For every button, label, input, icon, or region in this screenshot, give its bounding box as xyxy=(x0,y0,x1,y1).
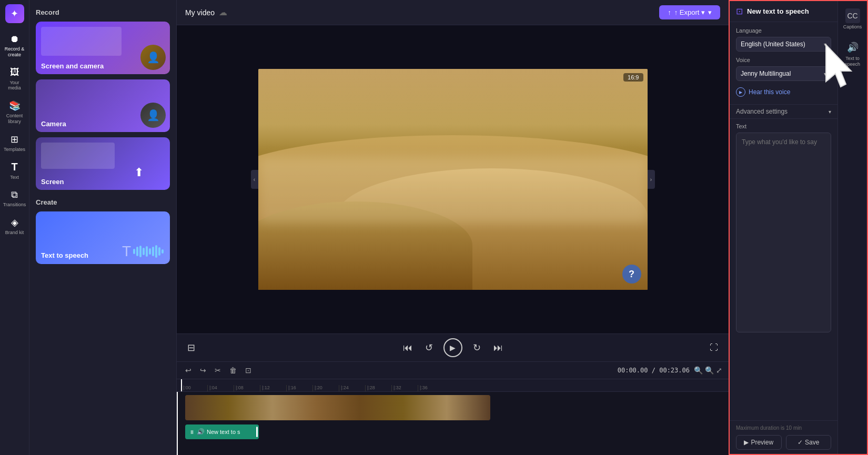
ruler-mark: |:16 xyxy=(286,385,312,391)
camera-thumb: 👤 xyxy=(140,45,166,70)
tts-panel-header: ⊡ New text to speech xyxy=(730,1,837,22)
sidebar-item-brand[interactable]: ◈ Brand kit xyxy=(1,213,28,239)
text-label: Text xyxy=(736,123,831,129)
camera-card[interactable]: Camera 👤 xyxy=(36,79,170,132)
zoom-controls: 🔍 🔍 ⤢ xyxy=(694,366,722,375)
export-button[interactable]: ↑ ↑ Export ▾ ▾ xyxy=(659,5,720,19)
ruler-marks: |:00 |:04 |:08 |:12 |:16 |:20 |:24 |:28 … xyxy=(177,379,729,391)
record-icon: ⏺ xyxy=(8,33,21,45)
text-to-speech-card[interactable]: Text to speech T xyxy=(36,211,170,264)
hear-voice-btn[interactable]: ▶ Hear this voice xyxy=(736,85,831,99)
cut-btn[interactable]: ✂ xyxy=(213,365,223,376)
sidebar-item-record[interactable]: ⏺ Record & create xyxy=(1,29,28,61)
cursor-icon: ⬆ xyxy=(134,166,144,179)
play-button[interactable]: ▶ xyxy=(443,338,462,357)
svg-rect-5 xyxy=(149,248,151,255)
tts-clip[interactable]: ⏸ 🔊 New text to s xyxy=(185,424,259,439)
language-value: English (United States) xyxy=(741,41,824,48)
help-button[interactable]: ? xyxy=(622,265,641,284)
sidebar-item-content-library[interactable]: 📚 Content library xyxy=(1,96,28,128)
screen-and-camera-label: Screen and camera xyxy=(41,62,104,70)
screen-preview xyxy=(41,27,122,56)
sidebar-item-text[interactable]: T Text xyxy=(1,158,28,184)
create-section-title: Create xyxy=(36,198,170,206)
ruler-mark: |:08 xyxy=(234,385,260,391)
tts-clip-label: New text to s xyxy=(207,429,240,435)
hear-voice-label: Hear this voice xyxy=(749,88,790,96)
tts-panel-title: New text to speech xyxy=(747,7,809,15)
adv-chevron: ▾ xyxy=(829,109,831,115)
preview-icon: ▶ xyxy=(744,439,749,446)
tts-panel-border: ⊡ New text to speech Language English (U… xyxy=(729,0,868,455)
video-preview: ‹ 16:9 ? › xyxy=(177,25,729,333)
playhead-line xyxy=(177,392,178,455)
media-icon: 🖼 xyxy=(8,66,21,79)
fullscreen-btn[interactable]: ⛶ xyxy=(708,341,720,355)
forward-btn[interactable]: ↻ xyxy=(471,340,483,356)
voice-chevron: ▾ xyxy=(824,71,826,77)
zoom-out-btn[interactable]: 🔍 xyxy=(694,366,703,375)
screen-label: Screen xyxy=(41,178,64,186)
delete-btn[interactable]: 🗑 xyxy=(227,365,239,376)
captions-btn[interactable]: CC Captions xyxy=(841,5,864,33)
library-icon: 📚 xyxy=(8,99,21,112)
main-area: My video ☁ ↑ ↑ Export ▾ ▾ ‹ 16:9 ? xyxy=(177,0,729,455)
svg-rect-2 xyxy=(139,246,142,257)
skip-back-btn[interactable]: ⏮ xyxy=(401,340,415,356)
language-select[interactable]: English (United States) ▾ xyxy=(736,37,831,52)
video-track[interactable] xyxy=(185,395,490,420)
timeline-tracks: ⏸ 🔊 New text to s xyxy=(177,392,729,455)
save-frame-btn[interactable]: ⊡ xyxy=(243,365,254,376)
ruler-mark: |:24 xyxy=(339,385,365,391)
export-chevron: ▾ xyxy=(708,8,712,16)
tts-settings-panel: ⊡ New text to speech Language English (U… xyxy=(730,1,837,454)
transitions-icon: ⧉ xyxy=(8,188,21,201)
tts-card-label: Text to speech xyxy=(41,250,88,260)
fit-btn[interactable]: ⤢ xyxy=(716,366,722,375)
svg-rect-6 xyxy=(152,247,154,256)
ruler-mark: |:28 xyxy=(365,385,391,391)
aspect-ratio-badge: 16:9 xyxy=(623,73,643,82)
rewind-btn[interactable]: ↺ xyxy=(423,340,435,356)
undo-btn[interactable]: ↩ xyxy=(183,365,194,376)
tts-clip-handle[interactable] xyxy=(256,427,258,437)
app-logo: ✦ xyxy=(5,4,24,23)
advanced-settings-btn[interactable]: Advanced settings ▾ xyxy=(730,104,837,119)
ruler-mark: |:32 xyxy=(391,385,418,391)
tts-header-icon: ⊡ xyxy=(736,6,743,16)
svg-rect-8 xyxy=(158,247,160,256)
redo-btn[interactable]: ↪ xyxy=(198,365,208,376)
record-panel: Record Screen and camera 👤 Camera 👤 Scre… xyxy=(29,0,177,455)
collapse-left-btn[interactable]: ‹ xyxy=(251,170,258,189)
screen-and-camera-card[interactable]: Screen and camera 👤 xyxy=(36,22,170,74)
ruler-mark: |:04 xyxy=(207,385,234,391)
sidebar-item-your-media[interactable]: 🖼 Your media xyxy=(1,63,28,95)
voice-value: Jenny Multilingual xyxy=(741,70,824,77)
cloud-icon: ☁ xyxy=(219,7,227,17)
save-button[interactable]: ✓ Save xyxy=(786,435,832,450)
voice-select[interactable]: Jenny Multilingual ▾ xyxy=(736,66,831,81)
sidebar-item-transitions[interactable]: ⧉ Transitions xyxy=(1,185,28,211)
project-name[interactable]: My video xyxy=(185,8,215,17)
screen-preview-2 xyxy=(41,143,115,169)
svg-rect-0 xyxy=(133,249,135,254)
skip-forward-btn[interactable]: ⏭ xyxy=(491,340,505,356)
preview-button[interactable]: ▶ Preview xyxy=(736,435,782,450)
zoom-in-btn[interactable]: 🔍 xyxy=(705,366,714,375)
save-label: Save xyxy=(805,439,819,446)
svg-rect-9 xyxy=(162,249,164,254)
fog-overlay xyxy=(258,157,648,224)
tts-clip-wave: 🔊 xyxy=(197,428,205,436)
player-controls: ⊟ ⏮ ↺ ▶ ↻ ⏭ ⛶ xyxy=(177,333,729,361)
screen-card[interactable]: Screen ⬆ xyxy=(36,137,170,190)
preview-label: Preview xyxy=(751,439,773,446)
subtitle-btn[interactable]: ⊟ xyxy=(185,340,197,356)
tts-sidebar-btn[interactable]: 🔊 Text tospeech xyxy=(843,37,862,70)
timeline-toolbar: ↩ ↪ ✂ 🗑 ⊡ 00:00.00 / 00:23.06 🔍 🔍 ⤢ xyxy=(177,362,729,379)
text-input[interactable] xyxy=(736,133,831,332)
top-bar: My video ☁ ↑ ↑ Export ▾ ▾ xyxy=(177,0,729,25)
sidebar-item-templates[interactable]: ⊞ Templates xyxy=(1,130,28,156)
camera-thumb-2: 👤 xyxy=(140,103,166,128)
video-container: ‹ 16:9 ? › xyxy=(258,69,648,290)
collapse-right-btn[interactable]: › xyxy=(648,170,655,189)
